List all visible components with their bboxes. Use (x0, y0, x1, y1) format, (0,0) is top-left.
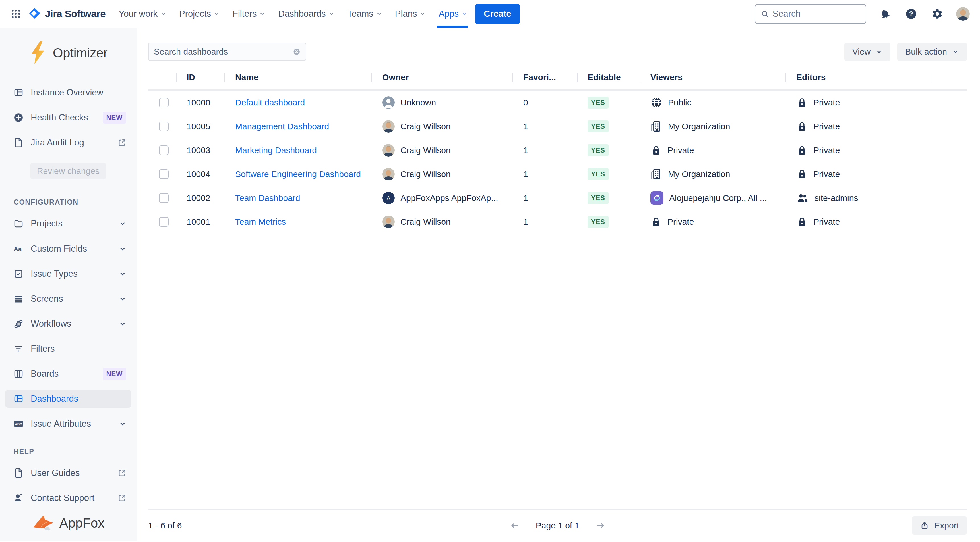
select-cell (148, 193, 176, 203)
jira-logo (29, 7, 41, 21)
sidebar-item-dashboards[interactable]: Dashboards (5, 390, 131, 407)
select-cell (148, 98, 176, 108)
sidebar-item-user-guides[interactable]: User Guides (5, 464, 131, 482)
nav-item-projects[interactable]: Projects (179, 0, 220, 27)
help-icon[interactable]: ? (904, 6, 919, 21)
svg-text:ABC: ABC (15, 422, 22, 426)
nav-item-teams[interactable]: Teams (347, 0, 382, 27)
jira-brand[interactable]: Jira Software (29, 7, 105, 21)
clear-icon[interactable] (293, 48, 301, 56)
nav-item-apps[interactable]: Apps (439, 0, 467, 27)
viewers-label: Public (668, 98, 691, 108)
sidebar-item-instance-overview[interactable]: Instance Overview (5, 84, 131, 101)
column-extra (931, 73, 967, 82)
editable-cell: YES (577, 192, 640, 204)
nav-item-plans[interactable]: Plans (395, 0, 426, 27)
dashboard-link[interactable]: Marketing Dashboard (235, 146, 317, 155)
viewers-label: My Organization (668, 122, 730, 131)
column-owner: Owner (371, 73, 512, 82)
sidebar-item-workflows[interactable]: Workflows (5, 315, 131, 333)
new-badge: NEW (103, 368, 127, 380)
sidebar-item-boards[interactable]: Boards NEW (5, 365, 131, 383)
nav-item-your-work[interactable]: Your work (119, 0, 166, 27)
chevron-down-icon (119, 420, 126, 428)
id-cell: 10004 (176, 169, 224, 179)
editable-badge: YES (587, 97, 609, 108)
fox-logo (32, 514, 54, 532)
owner-cell: AAppFoxApps AppFoxAp... (371, 192, 512, 204)
global-search[interactable] (755, 4, 866, 24)
gear-icon[interactable] (930, 6, 945, 21)
row-checkbox[interactable] (159, 169, 169, 179)
column-editable: Editable (577, 73, 640, 82)
sidebar-item-issue-types[interactable]: Issue Types (5, 265, 131, 283)
nav-item-dashboards[interactable]: Dashboards (278, 0, 334, 27)
folder-icon (14, 219, 23, 228)
arrow-right-icon[interactable] (595, 520, 605, 531)
chevron-down-icon (876, 48, 883, 55)
global-search-input[interactable] (773, 9, 860, 19)
sidebar-item-filters[interactable]: Filters (5, 340, 131, 358)
id-cell: 10001 (176, 217, 224, 227)
chevron-down-icon (161, 11, 166, 17)
help-section-title: HELP (14, 447, 137, 456)
name-cell: Management Dashboard (224, 122, 371, 131)
table-header: ID Name Owner Favori... Editable Viewers… (148, 73, 967, 90)
owner-cell: Craig Willson (371, 216, 512, 228)
dashboard-search-input[interactable] (154, 47, 293, 57)
user-avatar[interactable] (956, 7, 970, 21)
bulk-action-button[interactable]: Bulk action (897, 43, 967, 61)
sidebar-item-health-checks[interactable]: Health Checks NEW (5, 109, 131, 127)
row-checkbox[interactable] (159, 217, 169, 227)
new-badge: NEW (103, 112, 127, 124)
nav-item-filters[interactable]: Filters (232, 0, 265, 27)
export-button[interactable]: Export (912, 517, 967, 535)
id-cell: 10000 (176, 98, 224, 108)
dashboard-link[interactable]: Default dashboard (235, 98, 305, 108)
sidebar-item-contact-support[interactable]: Contact Support (5, 489, 131, 507)
row-checkbox[interactable] (159, 146, 169, 155)
bell-icon[interactable] (878, 6, 892, 21)
column-id: ID (176, 73, 224, 82)
sidebar-item-screens[interactable]: Screens (5, 290, 131, 307)
dashboards-main: View Bulk action ID Name Owner Favori...… (137, 28, 980, 542)
row-checkbox[interactable] (159, 193, 169, 203)
search-icon (761, 10, 769, 18)
viewers-label: Alojuepejahju Corp., All ... (669, 193, 767, 203)
viewers-cell: Private (640, 216, 786, 228)
sidebar-item-issue-attributes[interactable]: ABC Issue Attributes (5, 415, 131, 433)
select-cell (148, 217, 176, 227)
favorites-cell: 1 (512, 193, 577, 203)
arrow-left-icon[interactable] (510, 520, 520, 531)
chevron-down-icon (119, 295, 126, 303)
dashboard-link[interactable]: Management Dashboard (235, 122, 329, 131)
organization-icon (651, 168, 662, 180)
sidebar-item-custom-fields[interactable]: Aa Custom Fields (5, 240, 131, 257)
svg-text:?: ? (909, 10, 913, 17)
dashboard-link[interactable]: Team Metrics (235, 217, 286, 227)
app-switcher-icon[interactable] (8, 6, 23, 21)
optimizer-sidebar: Optimizer Instance Overview Health Check… (0, 28, 137, 542)
dashboard-icon (14, 394, 23, 404)
viewers-cell: My Organization (640, 120, 786, 132)
owner-avatar (382, 216, 395, 228)
viewers-label: Private (667, 217, 694, 227)
result-range: 1 - 6 of 6 (148, 521, 182, 530)
dashboard-link[interactable]: Software Engineering Dashboard (235, 169, 361, 179)
dashboard-link[interactable]: Team Dashboard (235, 193, 300, 203)
appfox-logo: AppFox (0, 514, 137, 532)
dashboard-search[interactable] (148, 43, 306, 61)
sidebar-item-projects[interactable]: Projects (5, 215, 131, 232)
people-icon (796, 192, 809, 204)
view-button[interactable]: View (844, 43, 891, 61)
editors-label: Private (813, 217, 840, 227)
appfox-brand-name: AppFox (59, 515, 105, 531)
favorites-cell: 1 (512, 217, 577, 227)
review-changes-button[interactable]: Review changes (30, 163, 106, 179)
create-button[interactable]: Create (475, 4, 520, 24)
row-checkbox[interactable] (159, 122, 169, 131)
row-checkbox[interactable] (159, 98, 169, 108)
editable-badge: YES (587, 144, 609, 156)
sidebar-item-jira-audit-log[interactable]: Jira Audit Log (5, 134, 131, 151)
editable-cell: YES (577, 216, 640, 228)
